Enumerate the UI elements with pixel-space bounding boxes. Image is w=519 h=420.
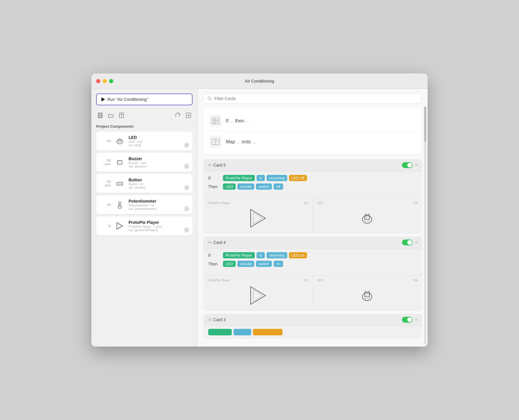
card-5-then-subject[interactable]: LED bbox=[223, 183, 236, 190]
minimize-button[interactable] bbox=[103, 79, 107, 83]
card-5-then-row: Then LED should switch off bbox=[208, 183, 417, 190]
close-button[interactable] bbox=[96, 79, 100, 83]
card-5-action[interactable]: receiving bbox=[267, 175, 287, 181]
led-detail2: var: [led] bbox=[129, 143, 188, 147]
component-buzzer[interactable]: D5pwm Buzzer Buzzer ~out var: [buzzer] 2 bbox=[96, 153, 193, 172]
maximize-button[interactable] bbox=[109, 79, 113, 83]
play-icon bbox=[101, 97, 105, 101]
card-3-close[interactable]: × bbox=[415, 317, 418, 322]
card-4-preview-right: LED D4 bbox=[313, 275, 422, 310]
led-name: LED bbox=[129, 135, 188, 140]
svg-rect-2 bbox=[99, 116, 102, 117]
protopie-name: ProtoPie Player bbox=[129, 220, 188, 225]
add-component-button[interactable] bbox=[184, 111, 193, 121]
card-5-then-action[interactable]: switch bbox=[256, 183, 272, 190]
led-detail1: LED ~out bbox=[129, 140, 188, 143]
card-4-left-visual bbox=[208, 284, 308, 307]
card-3-num: #3 bbox=[208, 318, 211, 322]
if-then-icon-box bbox=[209, 115, 222, 127]
card-5-preview-right-header: LED D4 bbox=[317, 201, 418, 206]
card-5-preview-right: LED D4 bbox=[313, 198, 422, 233]
filter-input[interactable] bbox=[214, 96, 418, 101]
svg-point-8 bbox=[119, 161, 121, 163]
card-5-toggle[interactable] bbox=[402, 162, 413, 168]
card-4-then-value[interactable]: on bbox=[274, 261, 283, 267]
card-5-subject[interactable]: ProtoPie Player bbox=[223, 175, 255, 181]
template-map-onto[interactable]: Map ... onto ... bbox=[203, 132, 422, 152]
svg-rect-1 bbox=[99, 113, 101, 115]
card-5-value[interactable]: LED off bbox=[289, 175, 307, 181]
redo-button[interactable] bbox=[174, 111, 182, 121]
card-5-then-value[interactable]: off bbox=[274, 183, 283, 190]
if-then-icon bbox=[211, 117, 220, 125]
card-4-action[interactable]: receiving bbox=[267, 252, 287, 258]
protopie-preview-icon-5 bbox=[249, 208, 267, 229]
export-button[interactable] bbox=[117, 111, 126, 121]
card-3-tag3[interactable] bbox=[253, 329, 283, 335]
buzzer-badge: 2 bbox=[184, 163, 190, 169]
led-preview-icon-5 bbox=[358, 209, 376, 227]
app-window: Air Conditioning Run "Air Conditioning" bbox=[91, 73, 428, 347]
card-4-close[interactable]: × bbox=[415, 240, 418, 245]
scrollbar[interactable] bbox=[424, 106, 426, 344]
card-5-num: #5 bbox=[208, 163, 211, 167]
card-5-right-visual bbox=[317, 206, 418, 230]
buzzer-detail2: var: [buzzer] bbox=[129, 165, 188, 168]
component-protopie[interactable]: I0 ProtoPie Player ProtoPie Player →omni… bbox=[96, 216, 193, 235]
card-4-subject[interactable]: ProtoPie Player bbox=[223, 252, 255, 258]
component-potentiometer[interactable]: A0 Potentiometer Potentiometer ~in bbox=[96, 195, 193, 214]
left-panel: Run "Air Conditioning" bbox=[91, 89, 198, 347]
button-name: Button bbox=[129, 178, 188, 182]
buzzer-pin: D5pwm bbox=[100, 159, 111, 166]
card-4-right-pin: D4 bbox=[413, 278, 418, 282]
card-4-toggle[interactable] bbox=[402, 239, 413, 245]
svg-rect-16 bbox=[212, 118, 219, 120]
card-5-verb: is bbox=[257, 175, 265, 181]
card-4-then-subject[interactable]: LED bbox=[223, 261, 236, 267]
button-detail2: var: [button] bbox=[129, 186, 188, 189]
card-5-title: Card 5 bbox=[213, 163, 402, 168]
led-preview-icon-4 bbox=[358, 287, 376, 304]
led-info: LED LED ~out var: [led] bbox=[129, 135, 188, 147]
folder-button[interactable] bbox=[107, 111, 115, 121]
card-3-tag1[interactable] bbox=[208, 329, 232, 335]
pot-badge: 1 bbox=[184, 206, 190, 212]
filter-bar[interactable] bbox=[203, 93, 422, 104]
if-then-text: If ... then ... bbox=[226, 118, 249, 124]
card-5-preview-left-header: ProtoPie Player D2 bbox=[208, 201, 308, 206]
card-4-body: If ProtoPie Player is receiving LED on T… bbox=[203, 249, 422, 273]
if-label-5: If bbox=[208, 176, 221, 181]
card-4-right-label: LED bbox=[317, 278, 323, 282]
run-button[interactable]: Run "Air Conditioning" bbox=[96, 93, 193, 105]
card-3-toggle[interactable] bbox=[402, 317, 413, 323]
component-led[interactable]: D4 LED LED ~out var: [led] bbox=[96, 132, 193, 150]
map-onto-icon bbox=[211, 138, 220, 146]
card-4-left-pin: D2 bbox=[304, 278, 308, 282]
led-pin: D4 bbox=[100, 139, 111, 143]
buzzer-name: Buzzer bbox=[129, 156, 188, 161]
svg-marker-13 bbox=[117, 222, 123, 229]
protopie-detail1: ProtoPie Player →omni bbox=[129, 225, 188, 228]
protopie-info: ProtoPie Player ProtoPie Player →omni va… bbox=[129, 220, 188, 232]
card-4-value[interactable]: LED on bbox=[289, 252, 307, 258]
protopie-badge: 5 bbox=[184, 227, 190, 233]
scrollbar-thumb[interactable] bbox=[424, 106, 426, 142]
section-title: Project Components bbox=[96, 124, 193, 129]
template-if-then[interactable]: If ... then ... bbox=[203, 111, 422, 132]
card-4-then-action[interactable]: switch bbox=[256, 261, 272, 267]
save-button[interactable] bbox=[96, 111, 104, 121]
svg-marker-35 bbox=[251, 287, 265, 304]
buzzer-detail1: Buzzer ~out bbox=[129, 161, 188, 165]
svg-marker-36 bbox=[253, 290, 262, 301]
if-label-4: If bbox=[208, 253, 221, 258]
search-icon bbox=[207, 96, 212, 101]
svg-marker-29 bbox=[253, 212, 262, 224]
pot-pin: A0 bbox=[100, 203, 111, 206]
traffic-lights bbox=[96, 79, 113, 83]
component-button[interactable]: D6pwm Button Button ~in var: [button] 2 bbox=[96, 174, 193, 193]
card-5-close[interactable]: × bbox=[415, 163, 418, 168]
title-bar: Air Conditioning bbox=[91, 73, 428, 89]
led-icon bbox=[114, 135, 126, 147]
pot-name: Potentiometer bbox=[129, 199, 188, 204]
card-3-tag2[interactable] bbox=[234, 329, 251, 335]
